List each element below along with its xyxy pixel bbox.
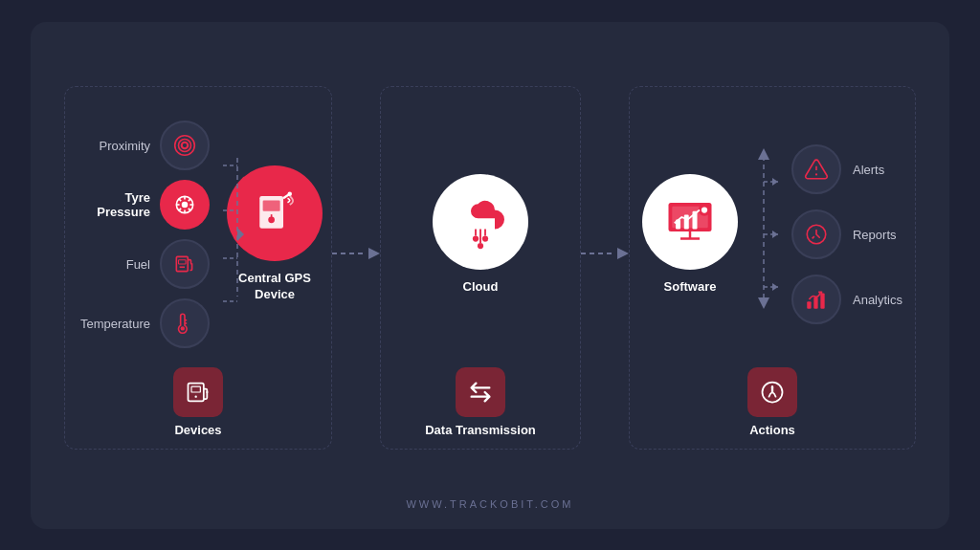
svg-point-36 [473,235,479,241]
action-analytics: Analytics [791,275,902,324]
svg-line-11 [189,199,190,201]
action-alerts: Alerts [791,144,884,194]
transmission-icon [467,379,494,406]
svg-rect-68 [820,294,824,309]
actions-section-label: Actions [749,423,795,437]
svg-marker-59 [772,178,778,186]
reports-label: Reports [853,228,897,242]
arrow2-svg [581,247,629,260]
svg-marker-43 [617,248,629,259]
svg-line-65 [813,236,814,238]
actions-bottom: Actions [747,367,797,437]
svg-rect-66 [807,301,811,309]
cloud-label: Cloud [463,279,499,296]
svg-rect-26 [263,201,280,211]
gps-device-icon [249,187,301,239]
svg-marker-60 [772,231,778,238]
alerts-label: Alerts [853,163,884,177]
sensors-column: Proximity Tyre Pressure [74,121,210,348]
analytics-icon [804,287,829,312]
devices-section: Proximity Tyre Pressure [64,86,332,450]
actions-connector-svg [749,139,778,330]
devices-section-label: Devices [174,423,221,437]
svg-line-9 [179,199,181,201]
transmission-icon-box [456,367,505,417]
reports-circle [791,209,841,259]
analytics-label: Analytics [853,293,902,307]
sensor-fuel-circle [160,239,210,289]
proximity-icon [172,133,197,158]
svg-marker-35 [368,248,380,259]
main-flow: Proximity Tyre Pressure [59,41,921,495]
svg-rect-31 [191,386,200,392]
sensor-tyre-label: Tyre Pressure [74,190,150,219]
software-label: Software [664,279,717,296]
website-footer: WWW.TRACKOBIT.COM [406,495,573,512]
devices-bottom: Devices [173,367,223,437]
svg-point-29 [288,192,293,197]
software-wrapper: Software [642,174,738,296]
tyre-icon [172,192,197,217]
svg-marker-55 [758,297,769,309]
actions-section: Software [629,86,916,450]
cloud-top: Cloud [392,102,568,367]
sensor-proximity-label: Proximity [74,139,150,153]
arrow1-svg [332,247,380,260]
cloud-circle [433,174,528,270]
sensor-fuel-label: Fuel [74,257,150,272]
arrow-devices-cloud [332,247,380,260]
sensor-temperature: Temperature [74,298,210,348]
svg-line-12 [179,209,181,210]
temperature-icon [172,311,197,336]
svg-point-0 [182,143,189,149]
actions-column: Alerts Reports [791,144,902,324]
svg-rect-67 [813,297,817,309]
sensor-connector-svg [223,139,252,330]
cloud-icon [452,193,509,251]
transmission-label: Data Transmission [425,423,536,437]
svg-point-32 [195,395,197,397]
reports-icon [804,222,829,247]
sensor-proximity: Proximity [74,121,210,170]
sensor-tyre-circle [160,180,210,230]
actions-top: Software [641,102,903,367]
svg-point-1 [179,140,191,152]
devices-icon [185,379,212,406]
svg-point-16 [181,326,185,330]
devices-top: Proximity Tyre Pressure [77,102,320,367]
svg-point-50 [702,207,707,212]
sensor-proximity-circle [160,121,210,170]
fuel-icon [172,252,197,276]
sensor-temp-circle [160,298,210,348]
diagram-container: Proximity Tyre Pressure [31,22,949,529]
devices-icon-box [173,367,223,417]
actions-connector [749,139,778,330]
transmission-bottom: Data Transmission [425,367,536,437]
svg-rect-14 [179,260,187,264]
alerts-circle [791,144,841,194]
action-reports: Reports [791,209,897,259]
cloud-section: Cloud Data Transmission [380,86,581,450]
sensor-temp-label: Temperature [74,317,150,331]
svg-point-37 [482,235,488,241]
svg-point-38 [478,242,483,248]
svg-marker-61 [772,283,778,291]
cloud-wrapper: Cloud [433,174,528,296]
sensor-tyre: Tyre Pressure [74,180,210,230]
software-circle [642,174,738,270]
svg-point-4 [182,202,189,209]
svg-point-70 [771,385,773,387]
alerts-icon [804,157,829,182]
actions-icon-box [747,367,797,417]
svg-line-10 [189,209,190,210]
sensor-fuel: Fuel [74,239,210,289]
software-icon [661,193,719,251]
svg-marker-20 [237,228,244,241]
arrow-cloud-software [581,247,629,260]
svg-marker-54 [758,148,769,160]
website-text: WWW.TRACKOBIT.COM [406,498,573,510]
analytics-circle [791,275,841,324]
actions-icon [759,379,786,406]
svg-rect-47 [684,214,689,229]
